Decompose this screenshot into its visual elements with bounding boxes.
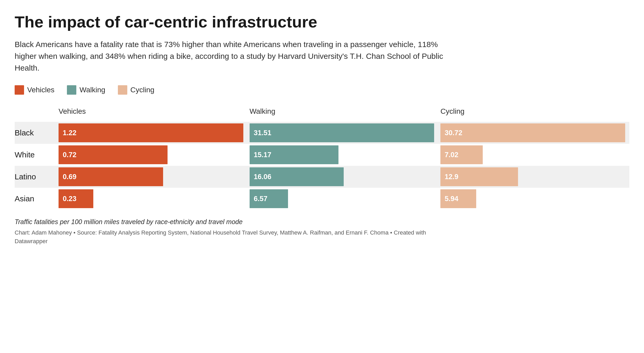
bar-wrapper: 15.17 <box>250 145 434 164</box>
legend-swatch-walking <box>67 85 76 95</box>
bar-latino-vehicles: 0.69 <box>59 167 163 186</box>
bar-cell-asian-walking: 6.57 <box>248 188 439 210</box>
legend-label-walking: Walking <box>79 86 105 94</box>
col-header-walking: Walking <box>248 107 439 120</box>
bar-cell-white-walking: 15.17 <box>248 144 439 166</box>
bar-wrapper: 6.57 <box>250 189 434 208</box>
legend-swatch-cycling <box>118 85 127 95</box>
chart-data-rows: Black1.2231.5130.72White0.7215.177.02Lat… <box>15 122 629 210</box>
bar-wrapper: 7.02 <box>440 145 625 164</box>
data-row-black: Black1.2231.5130.72 <box>15 122 629 144</box>
bar-cell-black-cycling: 30.72 <box>438 122 629 144</box>
legend-label-vehicles: Vehicles <box>27 86 54 94</box>
bar-wrapper: 5.94 <box>440 189 625 208</box>
col-header-vehicles: Vehicles <box>56 107 248 120</box>
data-row-latino: Latino0.6916.0612.9 <box>15 166 629 188</box>
bar-white-vehicles: 0.72 <box>59 145 168 164</box>
caption-source: Chart: Adam Mahoney • Source: Fatality A… <box>15 228 433 246</box>
chart: Vehicles Walking Cycling Black1.2231.513… <box>15 107 629 210</box>
bar-cell-white-vehicles: 0.72 <box>56 144 248 166</box>
data-row-asian: Asian0.236.575.94 <box>15 188 629 210</box>
bar-latino-cycling: 12.9 <box>440 167 518 186</box>
bar-cell-asian-cycling: 5.94 <box>438 188 629 210</box>
bar-white-walking: 15.17 <box>250 145 338 164</box>
bar-wrapper: 16.06 <box>250 167 434 186</box>
chart-headers: Vehicles Walking Cycling <box>15 107 629 120</box>
bar-asian-walking: 6.57 <box>250 189 288 208</box>
row-label-asian: Asian <box>15 188 56 210</box>
bar-wrapper: 0.72 <box>59 145 243 164</box>
legend-swatch-vehicles <box>15 85 24 95</box>
legend-label-cycling: Cycling <box>130 86 154 94</box>
bar-wrapper: 30.72 <box>440 123 625 142</box>
data-row-white: White0.7215.177.02 <box>15 144 629 166</box>
bar-black-vehicles: 1.22 <box>59 123 243 142</box>
bar-cell-white-cycling: 7.02 <box>438 144 629 166</box>
bar-cell-latino-vehicles: 0.69 <box>56 166 248 188</box>
bar-asian-vehicles: 0.23 <box>59 189 93 208</box>
legend-item-walking: Walking <box>67 85 105 95</box>
row-label-latino: Latino <box>15 166 56 188</box>
col-header-cycling: Cycling <box>438 107 629 120</box>
bar-cell-black-walking: 31.51 <box>248 122 439 144</box>
legend-item-vehicles: Vehicles <box>15 85 54 95</box>
caption-italic: Traffic fatalities per 100 million miles… <box>15 218 629 226</box>
bar-asian-cycling: 5.94 <box>440 189 476 208</box>
row-label-white: White <box>15 144 56 166</box>
subtitle-text: Black Americans have a fatality rate tha… <box>15 38 459 74</box>
bar-wrapper: 31.51 <box>250 123 434 142</box>
bar-black-cycling: 30.72 <box>440 123 625 142</box>
legend: VehiclesWalkingCycling <box>15 85 629 95</box>
bar-white-cycling: 7.02 <box>440 145 482 164</box>
row-label-black: Black <box>15 122 56 144</box>
bar-wrapper: 12.9 <box>440 167 625 186</box>
legend-item-cycling: Cycling <box>118 85 154 95</box>
bar-wrapper: 0.23 <box>59 189 243 208</box>
bar-wrapper: 0.69 <box>59 167 243 186</box>
bar-cell-latino-walking: 16.06 <box>248 166 439 188</box>
bar-wrapper: 1.22 <box>59 123 243 142</box>
bar-cell-latino-cycling: 12.9 <box>438 166 629 188</box>
page-title: The impact of car-centric infrastructure <box>15 13 629 31</box>
bar-latino-walking: 16.06 <box>250 167 344 186</box>
bar-black-walking: 31.51 <box>250 123 434 142</box>
row-label-header-spacer <box>15 107 56 120</box>
bar-cell-black-vehicles: 1.22 <box>56 122 248 144</box>
bar-cell-asian-vehicles: 0.23 <box>56 188 248 210</box>
